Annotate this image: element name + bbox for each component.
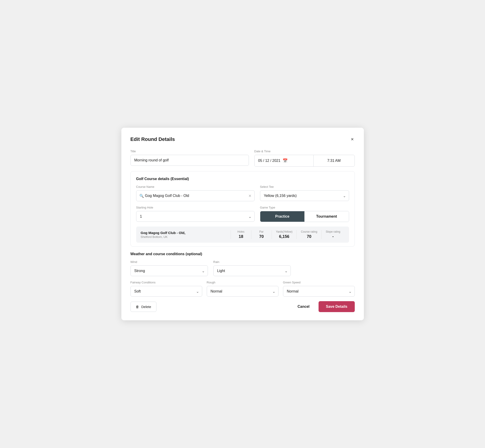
fairway-label: Fairway Conditions <box>130 281 202 284</box>
rain-col: Rain None Light Moderate Heavy ⌄ <box>213 260 291 276</box>
slope-rating-stat: Slope rating - <box>321 230 344 239</box>
starting-hole-dropdown[interactable]: 1 2 10 <box>136 211 255 222</box>
select-tee-col: Select Tee Yellow (6,156 yards) ⌄ <box>260 185 349 201</box>
wind-dropdown[interactable]: Calm Light Moderate Strong Very Strong <box>130 265 208 276</box>
par-stat: Par 70 <box>251 230 272 239</box>
rain-dropdown[interactable]: None Light Moderate Heavy <box>213 265 291 276</box>
weather-section: Weather and course conditions (optional)… <box>130 252 355 297</box>
course-name-label: Course Name <box>136 185 255 189</box>
save-button[interactable]: Save Details <box>319 301 355 312</box>
course-location-display: Shelford Bottom, UK <box>141 235 231 239</box>
search-icon: 🔍 <box>139 194 144 198</box>
practice-button[interactable]: Practice <box>260 211 305 222</box>
delete-label: Delete <box>141 305 151 309</box>
rain-select-wrap: None Light Moderate Heavy ⌄ <box>213 265 291 276</box>
golf-course-section: Golf Course details (Essential) Course N… <box>130 171 355 247</box>
close-button[interactable]: × <box>350 136 355 143</box>
modal-footer: 🗑 Delete Cancel Save Details <box>130 301 355 312</box>
yards-label: Yards(Yellow) <box>276 230 293 233</box>
holes-value: 18 <box>239 234 243 239</box>
datetime-col: Date & Time 05 / 12 / 2021 📅 7:31 AM <box>254 150 355 167</box>
course-name-col: Course Name 🔍 ✕ <box>136 185 255 201</box>
course-rating-stat: Course rating 70 <box>297 230 321 239</box>
select-tee-wrap: Yellow (6,156 yards) ⌄ <box>260 190 349 201</box>
select-tee-label: Select Tee <box>260 185 349 189</box>
title-input[interactable] <box>130 155 249 166</box>
game-type-label: Game Type <box>260 206 349 209</box>
time-cell[interactable]: 7:31 AM <box>314 155 355 166</box>
date-value: 05 / 12 / 2021 <box>258 159 281 163</box>
game-type-col: Game Type Practice Tournament <box>260 206 349 222</box>
delete-button[interactable]: 🗑 Delete <box>130 302 156 312</box>
select-tee-dropdown[interactable]: Yellow (6,156 yards) <box>260 190 349 201</box>
rough-dropdown[interactable]: Short Normal Long Very Long <box>207 286 278 297</box>
course-rating-label: Course rating <box>301 230 317 233</box>
wind-label: Wind <box>130 260 208 264</box>
time-value: 7:31 AM <box>327 159 341 163</box>
title-col: Title <box>130 150 249 167</box>
title-datetime-row: Title Date & Time 05 / 12 / 2021 📅 7:31 … <box>130 150 355 167</box>
wind-rain-row: Wind Calm Light Moderate Strong Very Str… <box>130 260 355 276</box>
starting-hole-col: Starting Hole 1 2 10 ⌄ <box>136 206 255 222</box>
date-cell[interactable]: 05 / 12 / 2021 📅 <box>255 155 314 166</box>
wind-select-wrap: Calm Light Moderate Strong Very Strong ⌄ <box>130 265 208 276</box>
slope-rating-value: - <box>332 234 334 239</box>
course-tee-row: Course Name 🔍 ✕ Select Tee Yellow (6,156… <box>136 185 349 201</box>
course-name-search-wrap: 🔍 ✕ <box>136 190 255 201</box>
trash-icon: 🗑 <box>136 305 139 309</box>
footer-right-actions: Cancel Save Details <box>294 301 355 312</box>
starting-hole-wrap: 1 2 10 ⌄ <box>136 211 255 222</box>
green-speed-select-wrap: Slow Normal Fast Very Fast ⌄ <box>283 286 355 297</box>
calendar-icon: 📅 <box>283 158 288 163</box>
starting-hole-label: Starting Hole <box>136 206 255 209</box>
par-value: 70 <box>259 234 264 239</box>
slope-rating-label: Slope rating <box>326 230 340 233</box>
course-info-bar: Gog Magog Golf Club - Old, Shelford Bott… <box>136 226 349 243</box>
game-type-toggle: Practice Tournament <box>260 211 349 222</box>
holes-stat: Holes 18 <box>231 230 251 239</box>
title-label: Title <box>130 150 249 153</box>
fairway-dropdown[interactable]: Dry Normal Soft Very Soft <box>130 286 202 297</box>
tournament-button[interactable]: Tournament <box>304 211 349 222</box>
edit-round-modal: Edit Round Details × Title Date & Time 0… <box>121 128 364 320</box>
rain-label: Rain <box>213 260 291 264</box>
fairway-select-wrap: Dry Normal Soft Very Soft ⌄ <box>130 286 202 297</box>
course-rating-value: 70 <box>307 234 311 239</box>
conditions-row: Fairway Conditions Dry Normal Soft Very … <box>130 281 355 297</box>
yards-stat: Yards(Yellow) 6,156 <box>272 230 297 239</box>
green-speed-dropdown[interactable]: Slow Normal Fast Very Fast <box>283 286 355 297</box>
date-time-container: 05 / 12 / 2021 📅 7:31 AM <box>254 155 355 167</box>
fairway-col: Fairway Conditions Dry Normal Soft Very … <box>130 281 202 297</box>
cancel-button[interactable]: Cancel <box>294 302 313 312</box>
course-name-display: Gog Magog Golf Club - Old, <box>141 231 231 235</box>
weather-section-title: Weather and course conditions (optional) <box>130 252 355 256</box>
datetime-label: Date & Time <box>254 150 355 153</box>
yards-value: 6,156 <box>279 234 289 239</box>
rough-label: Rough <box>207 281 278 284</box>
green-speed-label: Green Speed <box>283 281 355 284</box>
holes-label: Holes <box>237 230 244 233</box>
course-section-title: Golf Course details (Essential) <box>136 177 349 181</box>
course-info-name-block: Gog Magog Golf Club - Old, Shelford Bott… <box>141 231 231 239</box>
wind-col: Wind Calm Light Moderate Strong Very Str… <box>130 260 208 276</box>
modal-title: Edit Round Details <box>130 136 175 142</box>
green-speed-col: Green Speed Slow Normal Fast Very Fast ⌄ <box>283 281 355 297</box>
clear-icon[interactable]: ✕ <box>248 194 251 198</box>
par-label: Par <box>259 230 264 233</box>
rough-col: Rough Short Normal Long Very Long ⌄ <box>207 281 278 297</box>
modal-header: Edit Round Details × <box>130 136 355 143</box>
rough-select-wrap: Short Normal Long Very Long ⌄ <box>207 286 278 297</box>
course-name-input[interactable] <box>136 190 255 201</box>
hole-gametype-row: Starting Hole 1 2 10 ⌄ Game Type Practic… <box>136 206 349 222</box>
